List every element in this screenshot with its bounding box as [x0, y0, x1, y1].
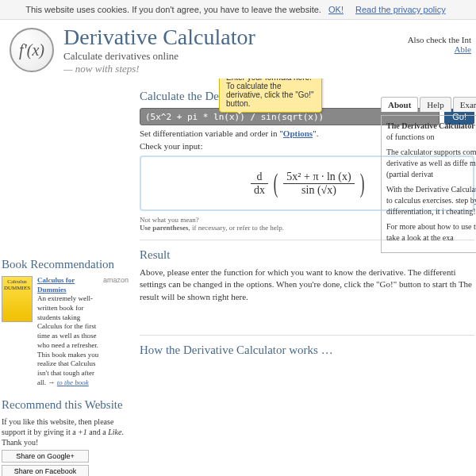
tab-examples[interactable]: Examples [453, 97, 476, 112]
info-tabs: About Help Examples [381, 97, 476, 112]
cookie-text: This website uses cookies. If you don't … [25, 5, 321, 14]
input-tooltip: Enter your formula here. To calculate th… [219, 79, 322, 113]
result-text: Above, please enter the function for whi… [140, 267, 474, 303]
tab-help[interactable]: Help [420, 97, 451, 112]
book-description: Calculus for Dummies An extremely well-w… [37, 276, 103, 387]
page-subtitle: Calculate derivatives online — now with … [63, 50, 255, 75]
also-check: Also check the Int Able [408, 35, 471, 54]
cookie-banner: This website uses cookies. If you don't … [0, 0, 476, 20]
page-title: Derivative Calculator [63, 25, 255, 50]
recommend-heading: Recommend this Website [2, 398, 129, 412]
book-recommendation: Book Recommendation amazon Calculus DUMM… [2, 258, 129, 387]
book-heading: Book Recommendation [2, 258, 129, 271]
share-facebook-button[interactable]: Share on Facebook [2, 465, 89, 476]
tab-about[interactable]: About [381, 97, 418, 112]
able-link[interactable]: Able [455, 44, 471, 54]
to-book-link[interactable]: to the book [57, 378, 89, 386]
book-title-link[interactable]: Calculus for Dummies [37, 276, 75, 294]
cookie-privacy-link[interactable]: Read the privacy policy [355, 5, 446, 14]
recommend-text: If you like this website, then please su… [2, 416, 129, 447]
logo: f'(x) [10, 28, 54, 72]
page-header: f'(x) Derivative Calculator Calculate de… [0, 20, 476, 79]
options-link[interactable]: Options [283, 129, 313, 138]
share-google-button[interactable]: Share on Google+ [2, 450, 89, 463]
book-cover[interactable]: Calculus DUMMIES [2, 276, 33, 322]
amazon-label: amazon [103, 276, 129, 284]
tab-content-about: The Derivative Calculator derivatives of… [381, 115, 476, 253]
cookie-ok-link[interactable]: OK! [328, 5, 344, 14]
how-heading: How the Derivative Calculator works … [140, 344, 474, 357]
